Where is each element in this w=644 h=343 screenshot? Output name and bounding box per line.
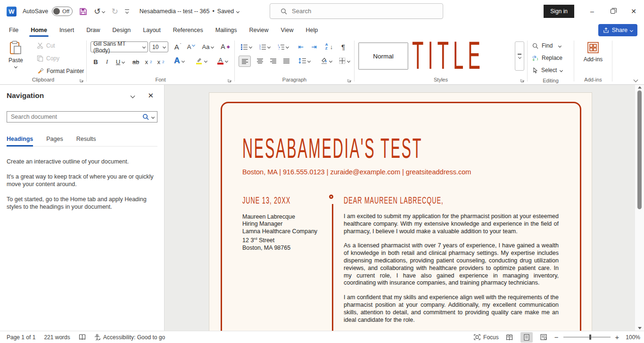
subscript-button[interactable]: x2 xyxy=(143,57,154,67)
autosave-toggle[interactable]: Off xyxy=(52,7,73,16)
replace-button[interactable]: bc Replace xyxy=(528,52,574,64)
word-count[interactable]: 221 words xyxy=(44,334,70,341)
letter-title[interactable]: NESABAMEDIA'S TEST xyxy=(242,132,443,163)
collapse-ribbon-icon[interactable] xyxy=(634,77,638,82)
select-dropdown-icon[interactable] xyxy=(560,68,563,72)
tab-insert[interactable]: Insert xyxy=(53,24,80,36)
justify-button[interactable] xyxy=(280,56,292,66)
bullets-button[interactable] xyxy=(239,41,254,52)
numbering-button[interactable]: 123 xyxy=(257,41,272,52)
borders-dropdown-icon[interactable] xyxy=(347,59,350,62)
scroll-down-icon[interactable] xyxy=(638,327,642,329)
document-canvas[interactable]: NESABAMEDIA'S TEST Boston, MA | 916.555.… xyxy=(165,85,635,331)
letter-left-column[interactable]: JUNE 13, 20XX Maureen Labrecque Hiring M… xyxy=(242,195,330,252)
close-button[interactable]: ✕ xyxy=(623,0,644,23)
text-effects-dropdown-icon[interactable] xyxy=(182,59,185,62)
font-size-select[interactable]: 10 xyxy=(149,41,168,52)
read-mode-button[interactable] xyxy=(504,332,516,343)
zoom-in-button[interactable]: + xyxy=(615,333,619,341)
focus-button[interactable]: Focus xyxy=(474,334,499,341)
accessibility-status[interactable]: Accessibility: Good to go xyxy=(94,334,165,341)
letter-paragraph[interactable]: I am excited to submit my application fo… xyxy=(344,213,559,235)
increase-indent-button[interactable]: ⇥ xyxy=(308,41,320,52)
scrollbar-thumb[interactable] xyxy=(637,90,642,209)
title-dropdown-icon[interactable] xyxy=(236,9,239,13)
tab-view[interactable]: View xyxy=(275,24,300,36)
find-button[interactable]: Find xyxy=(528,40,574,52)
font-name-select[interactable]: Gill Sans MT (Body) xyxy=(91,41,148,52)
addins-button[interactable]: Add-ins xyxy=(574,41,612,63)
navigation-search-box[interactable] xyxy=(7,111,157,122)
align-right-button[interactable] xyxy=(267,56,279,66)
recipient-block[interactable]: Maureen Labrecque Hiring Manager Lamna H… xyxy=(242,213,330,252)
multilevel-list-button[interactable]: 1ai xyxy=(275,41,290,52)
sign-in-button[interactable]: Sign in xyxy=(544,5,574,18)
borders-button[interactable] xyxy=(336,56,353,66)
zoom-slider-handle[interactable] xyxy=(589,335,591,340)
styles-gallery-more-button[interactable] xyxy=(515,41,524,71)
tab-file[interactable]: File xyxy=(3,24,25,36)
tab-review[interactable]: Review xyxy=(243,24,275,36)
font-dialog-launcher[interactable] xyxy=(228,78,232,82)
scroll-up-icon[interactable] xyxy=(638,86,642,89)
proofing-icon[interactable] xyxy=(79,334,86,340)
word-app-icon[interactable]: W xyxy=(7,7,17,16)
shading-dropdown-icon[interactable] xyxy=(329,59,332,62)
align-center-button[interactable] xyxy=(254,56,266,66)
letter-date[interactable]: JUNE 13, 20XX xyxy=(242,196,290,206)
nav-tab-pages[interactable]: Pages xyxy=(46,133,63,146)
paragraph-dialog-launcher[interactable] xyxy=(347,78,352,82)
tab-layout[interactable]: Layout xyxy=(137,24,167,36)
tab-help[interactable]: Help xyxy=(299,24,324,36)
grow-font-button[interactable]: Aˆ xyxy=(172,41,184,52)
letter-paragraph[interactable]: I am confident that my skills and experi… xyxy=(344,294,559,324)
select-button[interactable]: Select xyxy=(528,64,574,76)
restore-button[interactable] xyxy=(603,0,623,23)
sort-button[interactable]: AZ ↓ xyxy=(322,41,336,52)
tab-references[interactable]: References xyxy=(167,24,209,36)
redo-button[interactable]: ↻ xyxy=(111,7,118,16)
undo-button[interactable]: ↺ xyxy=(94,7,105,16)
navigation-search-input[interactable] xyxy=(11,114,140,120)
document-title[interactable]: Nesabamedia -- test -- 365 • Saved xyxy=(140,8,239,15)
paste-dropdown-icon[interactable] xyxy=(14,65,17,68)
font-color-dropdown-icon[interactable] xyxy=(225,59,228,62)
line-spacing-button[interactable] xyxy=(295,56,313,66)
font-color-button[interactable]: A xyxy=(213,56,232,66)
letter-contact-line[interactable]: Boston, MA | 916.555.0123 | zuraide@exam… xyxy=(242,168,471,176)
share-dropdown-icon[interactable] xyxy=(630,28,633,32)
numbering-dropdown-icon[interactable] xyxy=(267,45,270,48)
nav-tab-results[interactable]: Results xyxy=(76,133,96,146)
undo-dropdown-icon[interactable] xyxy=(102,9,105,13)
superscript-button[interactable]: x2 xyxy=(156,57,166,67)
tab-design[interactable]: Design xyxy=(106,24,137,36)
navigation-close-icon[interactable]: ✕ xyxy=(148,91,154,100)
autosave-control[interactable]: AutoSave Off xyxy=(23,7,73,16)
underline-button[interactable]: U xyxy=(113,57,127,67)
format-painter-button[interactable]: Format Painter xyxy=(37,67,84,74)
clear-formatting-button[interactable]: A◆ xyxy=(220,41,231,52)
show-formatting-button[interactable]: ¶ xyxy=(338,41,349,52)
style-title-preview[interactable]: TITLE xyxy=(412,41,512,70)
align-left-button[interactable] xyxy=(239,56,251,67)
tab-home[interactable]: Home xyxy=(25,24,53,36)
shading-button[interactable] xyxy=(318,56,335,66)
highlight-button[interactable] xyxy=(191,56,210,66)
zoom-out-button[interactable]: − xyxy=(554,333,559,341)
text-effects-button[interactable]: A xyxy=(171,56,188,66)
print-layout-button[interactable] xyxy=(520,332,533,343)
navigation-collapse-icon[interactable] xyxy=(131,93,135,98)
navigation-search-icon[interactable] xyxy=(142,114,149,120)
vertical-scrollbar[interactable] xyxy=(635,85,644,331)
tab-draw[interactable]: Draw xyxy=(80,24,106,36)
web-layout-button[interactable] xyxy=(537,332,550,343)
underline-dropdown-icon[interactable] xyxy=(122,60,125,63)
cut-button[interactable]: Cut xyxy=(37,42,55,49)
letter-paragraph[interactable]: As a licensed pharmacist with over 7 yea… xyxy=(344,242,559,287)
page-indicator[interactable]: Page 1 of 1 xyxy=(7,334,35,341)
line-spacing-dropdown-icon[interactable] xyxy=(307,59,310,62)
zoom-level[interactable]: 100% xyxy=(626,334,640,341)
find-dropdown-icon[interactable] xyxy=(558,44,561,47)
strikethrough-button[interactable]: ab xyxy=(130,57,141,67)
copy-button[interactable]: Copy xyxy=(37,55,59,62)
